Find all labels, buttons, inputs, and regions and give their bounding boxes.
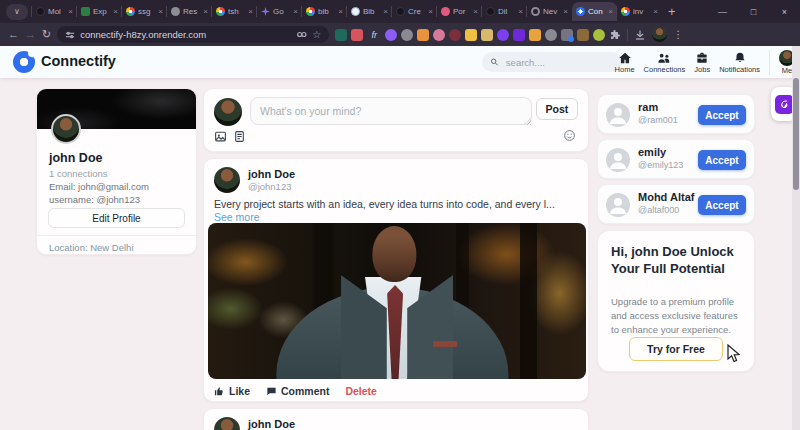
browser-tab[interactable]: ssg× (122, 2, 167, 21)
tab-close-icon[interactable]: × (653, 7, 658, 16)
tab-close-icon[interactable]: × (248, 7, 253, 16)
accept-button[interactable]: Accept (698, 195, 746, 215)
feed-post-next: john Doe @john123 (203, 408, 589, 430)
post-photo[interactable] (208, 223, 586, 379)
extension-icon[interactable] (449, 29, 461, 41)
extension-icon[interactable] (401, 29, 413, 41)
maximize-button[interactable]: □ (738, 0, 769, 23)
accept-button[interactable]: Accept (698, 105, 746, 125)
extension-icon[interactable]: fr (367, 29, 381, 41)
tab-favicon-icon (486, 7, 495, 16)
browser-window: ∨ Mol× Exp× ssg× Res× tsh× Go× bib× Bib×… (0, 0, 800, 430)
browser-tab[interactable]: Bib× (347, 2, 392, 21)
password-key-icon[interactable] (296, 29, 307, 40)
extension-icon[interactable] (513, 29, 525, 41)
extension-icon[interactable] (433, 29, 445, 41)
post-author-avatar[interactable] (214, 417, 240, 430)
person-silhouette-icon (606, 148, 630, 172)
browser-tab[interactable]: Mol× (32, 2, 77, 21)
extension-icon[interactable] (465, 29, 477, 41)
composer-input[interactable] (250, 97, 532, 125)
extension-icon[interactable] (577, 29, 589, 41)
tab-favicon-icon (261, 7, 270, 16)
extension-icon[interactable] (593, 29, 605, 41)
browser-tab[interactable]: Cre× (392, 2, 437, 21)
tab-close-icon[interactable]: × (428, 7, 433, 16)
nav-item-home[interactable]: Home (615, 51, 635, 74)
tab-close-icon[interactable]: × (518, 7, 523, 16)
emoji-icon[interactable] (563, 129, 576, 142)
extension-icon[interactable] (335, 29, 347, 41)
connectify-logo-icon[interactable] (13, 51, 35, 73)
tab-close-icon[interactable]: × (608, 7, 613, 16)
image-attach-icon[interactable] (214, 130, 227, 143)
browser-tab[interactable]: Go× (257, 2, 302, 21)
extension-icon[interactable] (529, 29, 541, 41)
tab-title: Res (183, 7, 200, 16)
post-button[interactable]: Post (536, 98, 578, 120)
browser-tab[interactable]: Exp× (77, 2, 122, 21)
browser-tab-active[interactable]: Con× (572, 2, 617, 21)
see-more-link[interactable]: See more (214, 211, 260, 223)
browser-profile-avatar[interactable] (652, 27, 667, 42)
comment-button[interactable]: Comment (266, 385, 329, 397)
page-scrollbar[interactable] (792, 46, 800, 430)
tab-search-button[interactable]: ∨ (6, 4, 28, 20)
tab-close-icon[interactable]: × (68, 7, 73, 16)
nav-item-notifications[interactable]: Notifications (719, 51, 760, 74)
accept-button[interactable]: Accept (698, 150, 746, 170)
extension-icon[interactable] (417, 29, 429, 41)
delete-button[interactable]: Delete (345, 385, 377, 397)
tab-close-icon[interactable]: × (338, 7, 343, 16)
browser-tab[interactable]: Por× (437, 2, 482, 21)
tab-close-icon[interactable]: × (203, 7, 208, 16)
nav-label: Me (782, 67, 792, 75)
profile-avatar[interactable] (51, 114, 81, 144)
window-close-button[interactable]: × (769, 0, 800, 23)
browser-menu-icon[interactable]: ⋮ (673, 29, 683, 40)
new-tab-button[interactable]: + (668, 5, 676, 18)
back-button[interactable]: ← (8, 29, 19, 40)
camera-extension-icon[interactable] (545, 29, 557, 41)
downloads-icon[interactable] (634, 29, 646, 41)
edit-profile-button[interactable]: Edit Profile (48, 208, 185, 228)
screenshare-extension-icon[interactable] (561, 29, 573, 41)
tab-close-icon[interactable]: × (473, 7, 478, 16)
tab-close-icon[interactable]: × (113, 7, 118, 16)
browser-tab[interactable]: tsh× (212, 2, 257, 21)
address-bar[interactable]: connectify-h8zy.onrender.com ☆ (57, 26, 329, 43)
extension-icon[interactable] (351, 29, 363, 41)
extension-icon[interactable] (481, 29, 493, 41)
forward-button[interactable]: → (25, 29, 36, 40)
extensions-puzzle-icon[interactable] (609, 29, 621, 41)
like-button[interactable]: Like (214, 385, 250, 397)
note-attach-icon[interactable] (233, 130, 246, 143)
browser-tab[interactable]: Nev× (527, 2, 572, 21)
tab-close-icon[interactable]: × (563, 7, 568, 16)
tab-favicon-icon (171, 7, 180, 16)
reload-button[interactable]: ↻ (42, 29, 51, 40)
tab-close-icon[interactable]: × (158, 7, 163, 16)
browser-tab-strip: ∨ Mol× Exp× ssg× Res× tsh× Go× bib× Bib×… (0, 0, 800, 23)
tab-favicon-icon (306, 7, 315, 16)
browser-tab[interactable]: inv× (617, 2, 662, 21)
minimize-button[interactable]: — (707, 0, 738, 23)
mouse-cursor (727, 344, 740, 363)
post-author-avatar[interactable] (214, 167, 240, 193)
browser-tab[interactable]: Res× (167, 2, 212, 21)
site-info-icon[interactable] (65, 30, 75, 40)
search-bar[interactable] (482, 52, 622, 72)
tab-close-icon[interactable]: × (293, 7, 298, 16)
browser-tab[interactable]: bib× (302, 2, 347, 21)
browser-tab[interactable]: Dil× (482, 2, 527, 21)
bookmark-star-icon[interactable]: ☆ (312, 29, 321, 40)
extension-icon[interactable] (497, 29, 509, 41)
scrollbar-thumb[interactable] (793, 78, 799, 190)
nav-item-connections[interactable]: Connections (644, 51, 686, 74)
extension-icon[interactable] (385, 29, 397, 41)
tab-close-icon[interactable]: × (383, 7, 388, 16)
search-input[interactable] (504, 56, 614, 69)
try-for-free-button[interactable]: Try for Free (629, 337, 723, 361)
nav-item-jobs[interactable]: Jobs (694, 51, 710, 74)
briefcase-icon (695, 51, 709, 65)
